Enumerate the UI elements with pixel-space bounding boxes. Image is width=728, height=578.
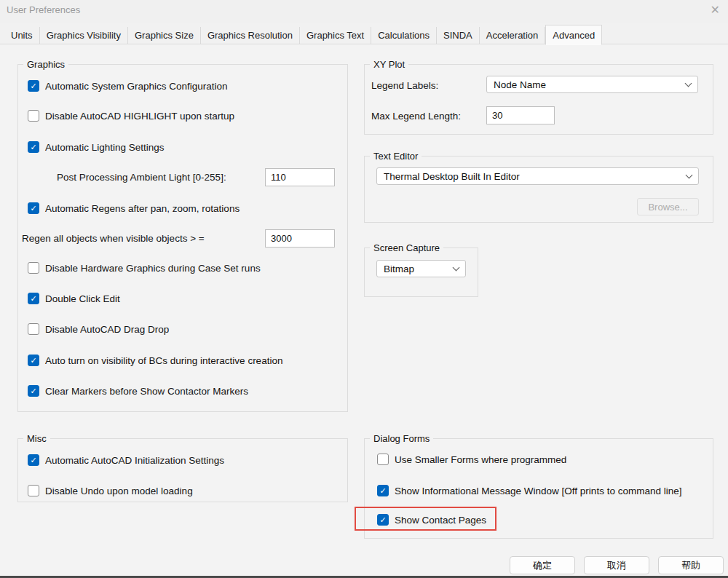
legend-labels-label: Legend Labels: [371, 80, 438, 91]
max-legend-length-input[interactable] [486, 106, 555, 124]
checkbox-row-disable-hw-graphics[interactable]: Disable Hardware Graphics during Case Se… [28, 261, 261, 274]
checkbox-label: Automatic AutoCAD Initialization Setting… [45, 455, 224, 466]
checkbox[interactable] [377, 485, 389, 496]
legend-labels-value: Node Name [494, 79, 546, 90]
checkbox-row-clear-markers[interactable]: Clear Markers before Show Contactor Mark… [28, 384, 248, 397]
checkbox[interactable] [28, 323, 39, 335]
checkbox[interactable] [28, 293, 39, 304]
checkbox-label: Disable Hardware Graphics during Case Se… [45, 263, 261, 274]
checkbox-label: Disable AutoCAD HIGHLIGHT upon startup [45, 111, 234, 122]
checkbox-label: Auto turn on visibility of BCs during in… [45, 355, 282, 366]
chevron-down-icon [686, 172, 693, 179]
checkbox-row-auto-acad-init[interactable]: Automatic AutoCAD Initialization Setting… [28, 454, 224, 467]
checkbox-row-disable-highlight[interactable]: Disable AutoCAD HIGHLIGHT upon startup [28, 109, 234, 122]
checkbox[interactable] [28, 485, 39, 496]
checkbox-row-disable-undo[interactable]: Disable Undo upon model loading [28, 484, 193, 497]
tab-strip: Units Graphics Visibility Graphics Size … [0, 24, 728, 44]
ambient-light-label: Post Processing Ambient Light [0-255]: [57, 172, 226, 183]
checkbox-label: Double Click Edit [45, 293, 120, 304]
checkbox-label: Disable Undo upon model loading [45, 486, 193, 496]
regen-threshold-input[interactable] [265, 229, 335, 248]
checkbox[interactable] [28, 110, 39, 122]
group-dialog-forms-legend: Dialog Forms [370, 433, 433, 444]
group-misc-legend: Misc [23, 433, 50, 444]
checkbox-row-double-click-edit[interactable]: Double Click Edit [28, 292, 120, 305]
ambient-light-input[interactable] [265, 168, 335, 186]
chevron-down-icon [685, 80, 692, 87]
checkbox-row-disable-drag-drop[interactable]: Disable AutoCAD Drag Drop [28, 322, 169, 336]
tab-acceleration[interactable]: Acceleration [480, 27, 546, 44]
checkbox[interactable] [28, 454, 39, 466]
checkbox-label: Clear Markers before Show Contactor Mark… [45, 386, 248, 397]
checkbox-row-info-message-window[interactable]: Show Informational Message Window [Off p… [377, 484, 681, 497]
cancel-button[interactable]: 取消 [584, 556, 649, 574]
checkbox[interactable] [28, 202, 39, 214]
group-xy-plot-legend: XY Plot [370, 59, 408, 70]
red-highlight-annotation [355, 507, 496, 531]
checkbox-label: Show Informational Message Window [Off p… [395, 486, 681, 496]
checkbox[interactable] [28, 385, 39, 397]
checkbox[interactable] [28, 262, 39, 274]
checkbox-row-smaller-forms[interactable]: Use Smaller Forms where programmed [377, 453, 566, 466]
tab-graphics-visibility[interactable]: Graphics Visibility [40, 27, 128, 44]
checkbox-label: Use Smaller Forms where programmed [395, 454, 566, 465]
title-bar: User Preferences ✕ [0, 0, 728, 23]
help-button[interactable]: 帮助 [658, 556, 724, 574]
checkbox-row-auto-bcs-visibility[interactable]: Auto turn on visibility of BCs during in… [28, 354, 282, 367]
checkbox-row-auto-lighting[interactable]: Automatic Lighting Settings [28, 140, 165, 154]
text-editor-dropdown[interactable]: Thermal Desktop Built In Editor [376, 167, 699, 185]
screen-capture-format-dropdown[interactable]: Bitmap [376, 260, 466, 277]
window-title: User Preferences [7, 4, 80, 15]
checkbox-label: Automatic Regens after pan, zoom, rotati… [45, 203, 240, 214]
tab-advanced[interactable]: Advanced [545, 25, 602, 45]
regen-threshold-label: Regen all objects when visible objects >… [22, 233, 205, 244]
tab-graphics-resolution[interactable]: Graphics Resolution [201, 27, 300, 44]
checkbox[interactable] [28, 80, 39, 92]
screen-capture-format-value: Bitmap [384, 264, 414, 274]
close-icon[interactable]: ✕ [711, 3, 720, 17]
group-text-editor-legend: Text Editor [370, 151, 422, 162]
checkbox-row-auto-sys-graphics[interactable]: Automatic System Graphics Configuration [28, 79, 228, 92]
ok-button[interactable]: 确定 [510, 556, 575, 574]
max-legend-length-label: Max Legend Length: [371, 111, 461, 122]
tab-graphics-text[interactable]: Graphics Text [300, 27, 371, 44]
chevron-down-icon [453, 264, 460, 272]
tab-units[interactable]: Units [4, 27, 40, 44]
group-graphics-legend: Graphics [23, 59, 68, 70]
text-editor-value: Thermal Desktop Built In Editor [384, 171, 520, 182]
checkbox[interactable] [28, 355, 39, 366]
browse-button[interactable]: Browse... [637, 198, 699, 215]
checkbox-label: Automatic Lighting Settings [45, 142, 165, 153]
tab-sinda[interactable]: SINDA [437, 27, 480, 44]
checkbox-label: Automatic System Graphics Configuration [45, 81, 228, 92]
checkbox[interactable] [28, 141, 39, 153]
legend-labels-dropdown[interactable]: Node Name [486, 76, 698, 93]
tab-calculations[interactable]: Calculations [371, 27, 437, 44]
checkbox-row-auto-regens[interactable]: Automatic Regens after pan, zoom, rotati… [28, 202, 240, 215]
user-preferences-dialog: User Preferences ✕ Units Graphics Visibi… [0, 0, 728, 578]
checkbox[interactable] [377, 454, 389, 465]
group-screen-capture-legend: Screen Capture [370, 242, 443, 253]
tab-graphics-size[interactable]: Graphics Size [128, 27, 201, 44]
checkbox-label: Disable AutoCAD Drag Drop [45, 324, 169, 335]
